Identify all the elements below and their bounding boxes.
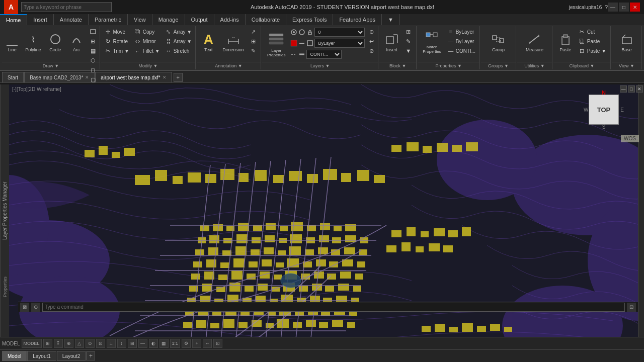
properties-tab[interactable]: Properties xyxy=(0,272,9,302)
measure-button[interactable]: Measure xyxy=(523,27,546,57)
tab-more[interactable]: ▼ xyxy=(382,14,400,25)
minimize-button[interactable]: — xyxy=(608,3,618,12)
maximize-button[interactable]: □ xyxy=(619,3,629,12)
snap-button[interactable]: ⊕ xyxy=(64,339,73,348)
close-button[interactable]: ✕ xyxy=(630,3,640,12)
properties-group-label[interactable]: Properties ▼ xyxy=(418,62,479,69)
add-button[interactable]: + xyxy=(192,339,201,348)
linetype-button[interactable]: ― ByLayer xyxy=(445,37,477,46)
copy-button[interactable]: ⿻ Copy xyxy=(132,27,162,36)
command-input[interactable] xyxy=(42,303,625,312)
mirror-button[interactable]: ⇔ Mirror xyxy=(132,37,162,46)
rotate-button[interactable]: ↻ Rotate xyxy=(103,37,131,46)
layer-previous-button[interactable]: ↩ xyxy=(366,37,377,46)
dimension-button[interactable]: ↔ Dimension xyxy=(219,27,247,57)
tab-view[interactable]: View xyxy=(128,14,152,25)
cut-button[interactable]: ✂ Cut xyxy=(577,27,608,36)
layer-isolate-button[interactable]: ⊘ xyxy=(366,46,377,55)
groups-group-label[interactable]: Groups ▼ xyxy=(481,62,516,69)
lw-button[interactable]: — xyxy=(138,339,147,348)
match-properties-button[interactable]: MatchProperties xyxy=(420,27,444,57)
layout1-tab[interactable]: Layout1 xyxy=(27,351,56,361)
clipboard-copy-button[interactable]: ⿻ Paste xyxy=(577,37,608,46)
block-group-label[interactable]: Block ▼ xyxy=(379,62,416,69)
viewport-minimize-button[interactable]: — xyxy=(620,85,627,93)
layer-properties-button[interactable]: LayerProperties xyxy=(263,27,289,61)
cmdline-expand-icon[interactable]: ⊠ xyxy=(20,303,29,312)
fillet-button[interactable]: ⌐ Fillet ▼ xyxy=(132,46,162,55)
search-input[interactable] xyxy=(21,2,112,12)
base-button[interactable]: Base xyxy=(617,27,637,57)
make-object-layer-button[interactable]: ⊙ xyxy=(366,27,377,36)
hatch-button[interactable]: ⊞ xyxy=(88,37,99,46)
tab-featured[interactable]: Featured Apps xyxy=(333,14,382,25)
leader-button[interactable]: ↗ xyxy=(248,27,259,36)
transparency-button[interactable]: ◐ xyxy=(149,339,158,348)
settings-button[interactable]: ⚙ xyxy=(182,339,191,348)
pan-button[interactable]: ↔ xyxy=(203,339,212,348)
utilities-group-label[interactable]: Utilities ▼ xyxy=(517,62,552,69)
insert-button[interactable]: Insert xyxy=(382,27,402,57)
viewport-maximize-button[interactable]: □ xyxy=(628,85,635,93)
rectangle-button[interactable] xyxy=(88,27,99,36)
array-button[interactable]: ⣿ Array ▼ xyxy=(163,37,194,46)
edit-block-button[interactable]: ✎ xyxy=(403,37,414,46)
layers-group-label[interactable]: Layers ▼ xyxy=(262,62,378,69)
linetype-dropdown[interactable]: CONTI... xyxy=(306,50,342,59)
tab-manage[interactable]: Manage xyxy=(152,14,185,25)
table-button[interactable]: ⊞ xyxy=(248,37,259,46)
tab-parametric[interactable]: Parametric xyxy=(89,14,128,25)
scale-button[interactable]: ⤡ Array ▼ xyxy=(163,27,194,36)
viewport-close-button[interactable]: ✕ xyxy=(636,85,643,93)
circle-button[interactable]: Circle xyxy=(45,27,65,57)
add-layout-button[interactable]: + xyxy=(86,351,95,360)
markup-button[interactable]: ✎ xyxy=(248,46,259,55)
text-button[interactable]: A Text xyxy=(198,27,218,57)
ducs-button[interactable]: ↕ xyxy=(117,339,126,348)
layout2-tab[interactable]: Layout2 xyxy=(57,351,86,361)
group-button[interactable]: Group xyxy=(488,27,508,57)
tab-home[interactable]: Home xyxy=(0,14,27,25)
arc-button[interactable]: Arc xyxy=(66,27,87,57)
model-button[interactable]: MODEL xyxy=(22,339,42,348)
cmdline-icon3[interactable]: ⊡ xyxy=(627,303,636,312)
bylayer-button[interactable]: ≡ ByLayer xyxy=(445,27,477,36)
fullscreen-button[interactable]: ⊡ xyxy=(213,339,222,348)
layer-dropdown[interactable]: 0 xyxy=(314,28,365,37)
color-dropdown[interactable]: ByLayer xyxy=(314,39,365,48)
cmdline-icon2[interactable]: ⊙ xyxy=(31,303,40,312)
wipeout-button[interactable]: ▢ xyxy=(88,75,99,84)
navigation-cube[interactable]: N S E W TOP xyxy=(584,89,624,130)
cad-canvas[interactable]: N S E W TOP WOS — □ ✕ xyxy=(9,84,644,337)
dyn-button[interactable]: ⊞ xyxy=(128,339,137,348)
clipboard-group-label[interactable]: Clipboard ▼ xyxy=(553,62,610,69)
otrack-button[interactable]: ⟂ xyxy=(107,339,116,348)
line-button[interactable]: Line xyxy=(3,27,21,57)
tab-insert[interactable]: Insert xyxy=(27,14,54,25)
tab-output[interactable]: Output xyxy=(185,14,214,25)
trim-button[interactable]: ✂ Trim ▼ xyxy=(103,46,131,55)
paste-special-button[interactable]: ⊡ Paste ▼ xyxy=(577,46,608,55)
grid-view-button[interactable]: ⊞ xyxy=(43,339,52,348)
ortho-button[interactable]: △ xyxy=(75,339,84,348)
tab-collaborate[interactable]: Collaborate xyxy=(246,14,286,25)
tab-express[interactable]: Express Tools xyxy=(286,14,333,25)
move-button[interactable]: ✛ Move xyxy=(103,27,131,36)
polar-button[interactable]: ⊙ xyxy=(86,339,95,348)
view-group-label[interactable]: View ▼ xyxy=(612,62,641,69)
modify-group-label[interactable]: Modify ▼ xyxy=(101,62,195,69)
annotation-scale-button[interactable]: 1:1 xyxy=(170,339,181,348)
tab-addins[interactable]: Add-ins xyxy=(214,14,246,25)
gradient-button[interactable]: ▦ xyxy=(88,46,99,55)
close-airport-tab[interactable]: ✕ xyxy=(163,75,167,80)
selection-button[interactable]: ▦ xyxy=(159,339,169,348)
tab-annotate[interactable]: Annotate xyxy=(54,14,89,25)
grid-view2-button[interactable]: ⠿ xyxy=(54,339,63,348)
annotation-group-label[interactable]: Annotation ▼ xyxy=(197,62,261,69)
create-block-button[interactable]: ⊞ xyxy=(403,27,414,36)
model-tab[interactable]: Model xyxy=(2,351,27,361)
paste-button[interactable]: Paste xyxy=(555,27,576,57)
block-more-button[interactable]: ▼ xyxy=(403,46,414,55)
right-scrollbar[interactable] xyxy=(638,84,644,337)
new-tab-button[interactable]: + xyxy=(174,73,183,82)
